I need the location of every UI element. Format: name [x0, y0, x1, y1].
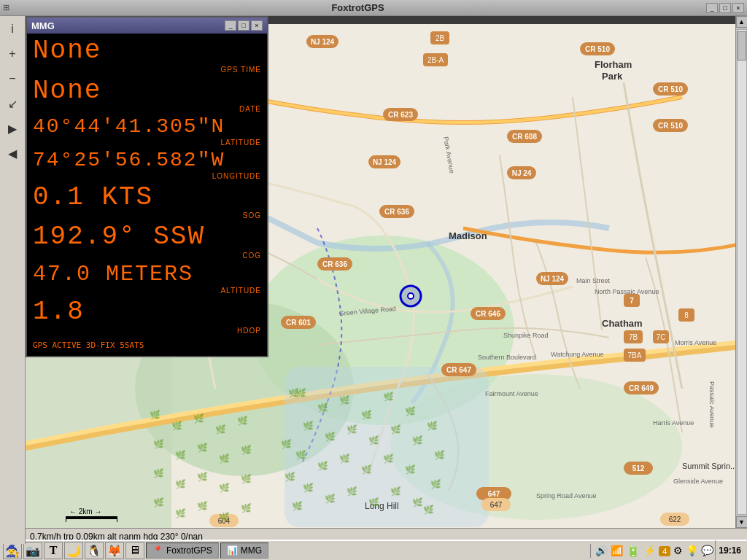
title-bar: ⊞ FoxtrotGPS _ □ ×	[0, 0, 747, 16]
svg-text:🌿: 🌿	[303, 482, 314, 493]
svg-text:🌿: 🌿	[197, 442, 208, 453]
svg-rect-9	[653, 82, 688, 96]
svg-text:🌿: 🌿	[292, 500, 303, 511]
app-title: FoxtrotGPS	[9, 2, 706, 13]
foxtrotgps-taskbar-button[interactable]: 📍 FoxtrotGPS	[146, 542, 219, 559]
svg-text:2B: 2B	[436, 34, 445, 42]
svg-text:🌿: 🌿	[423, 504, 434, 515]
taskbar-icon-text[interactable]: T	[44, 542, 63, 559]
taskbar-icon-wizard[interactable]: 🧙	[3, 542, 22, 559]
svg-text:622: 622	[669, 516, 681, 524]
mmg-taskbar-icon: 📊	[227, 545, 238, 556]
longitude-value: 74°25'56.582"W	[33, 149, 261, 172]
minimize-button[interactable]: _	[706, 3, 718, 13]
svg-text:🌿: 🌿	[405, 405, 416, 416]
taskbar-icon-firefox[interactable]: 🦊	[105, 542, 124, 559]
svg-text:🌿: 🌿	[219, 511, 230, 522]
svg-text:Watchung Avenue: Watchung Avenue	[551, 351, 604, 358]
latitude-row: 40°44'41.305"N LATITUDE	[33, 116, 261, 147]
bluetooth-icon[interactable]: ⚡	[643, 545, 656, 556]
svg-text:CR 649: CR 649	[629, 384, 654, 392]
svg-text:Park Avenue: Park Avenue	[442, 136, 456, 174]
svg-rect-126	[117, 516, 117, 522]
settings-icon[interactable]: ⚙	[673, 545, 683, 556]
svg-text:🌿: 🌿	[317, 402, 328, 413]
scroll-track	[737, 29, 747, 515]
taskbar-icon-moon[interactable]: 🌙	[64, 542, 83, 559]
hdop-value: 1.8	[33, 298, 261, 327]
svg-text:🌿: 🌿	[153, 467, 164, 478]
svg-text:🌿: 🌿	[215, 424, 226, 435]
svg-text:🌿: 🌿	[339, 453, 350, 464]
battery-icon[interactable]: 🔋	[626, 544, 640, 558]
sidebar-icon-zoom-out[interactable]: −	[2, 69, 23, 89]
sidebar-icon-prev[interactable]: ◀	[2, 143, 23, 163]
svg-text:🌿: 🌿	[430, 478, 441, 489]
svg-text:🌿: 🌿	[237, 415, 248, 426]
clock-display[interactable]: 19:16	[715, 540, 744, 560]
svg-rect-51	[624, 349, 646, 362]
altitude-label: ALTITUDE	[33, 287, 261, 295]
svg-text:🌿: 🌿	[197, 500, 208, 511]
svg-rect-47	[624, 294, 640, 307]
svg-text:🌿: 🌿	[325, 493, 336, 504]
mmg-close-button[interactable]: ×	[251, 20, 263, 31]
svg-text:CR 623: CR 623	[388, 111, 413, 119]
svg-text:🌿: 🌿	[175, 478, 186, 489]
latitude-value: 40°44'41.305"N	[33, 116, 261, 139]
chat-icon[interactable]: 💬	[701, 545, 713, 556]
hdop-label: HDOP	[33, 327, 261, 335]
svg-text:Summit Sprin...: Summit Sprin...	[682, 462, 737, 470]
svg-text:2B-A: 2B-A	[427, 56, 444, 64]
svg-text:647: 647	[488, 490, 500, 498]
svg-text:🌿: 🌿	[347, 486, 357, 497]
scroll-down-button[interactable]: ▼	[736, 516, 748, 528]
date-label: DATE	[33, 105, 261, 113]
svg-text:Glenside Avenue: Glenside Avenue	[673, 478, 723, 485]
close-button[interactable]: ×	[732, 3, 744, 13]
scroll-thumb[interactable]	[738, 31, 746, 61]
svg-text:🌿: 🌿	[390, 424, 401, 435]
svg-text:CR 636: CR 636	[384, 208, 409, 216]
sidebar-icon-locate[interactable]: ↙	[2, 93, 23, 114]
cog-value: 192.9° SSW	[33, 222, 261, 252]
svg-text:🌿: 🌿	[219, 482, 230, 493]
svg-text:CR 510: CR 510	[658, 122, 683, 130]
svg-text:🌿: 🌿	[339, 394, 350, 405]
map-area[interactable]: CR 510 CR 510 CR 510 NJ 124 CR 623 CR 60…	[26, 16, 747, 544]
svg-text:CR 647: CR 647	[446, 366, 471, 374]
notification-badge: 4	[659, 546, 670, 556]
mmg-minimize-button[interactable]: _	[225, 20, 236, 31]
svg-text:🌿: 🌿	[241, 473, 252, 484]
svg-text:🌿: 🌿	[295, 449, 306, 460]
taskbar-icon-terminal[interactable]: 🖥	[125, 542, 144, 559]
mmg-window-controls: _ □ ×	[225, 20, 263, 31]
mmg-taskbar-button[interactable]: 📊 MMG	[220, 542, 268, 559]
notification-area[interactable]: 4	[659, 544, 670, 557]
svg-text:🌿: 🌿	[390, 486, 401, 497]
svg-text:🌿: 🌿	[295, 387, 306, 398]
svg-rect-15	[383, 108, 418, 121]
sidebar-icon-zoom-in[interactable]: +	[2, 44, 23, 64]
volume-icon[interactable]: 🔊	[595, 545, 608, 556]
mmg-restore-button[interactable]: □	[238, 20, 249, 31]
sidebar-icon-info[interactable]: i	[2, 19, 23, 39]
svg-text:8: 8	[684, 311, 689, 319]
taskbar-icon-camera[interactable]: 📷	[23, 542, 42, 559]
network-icon[interactable]: 📶	[611, 545, 623, 556]
scroll-up-button[interactable]: ▲	[736, 16, 748, 28]
sog-value: 0.1 KTS	[33, 183, 261, 212]
svg-text:🌿: 🌿	[434, 449, 445, 460]
taskbar-icon-penguin[interactable]: 🐧	[85, 542, 104, 559]
svg-text:Park: Park	[602, 71, 623, 82]
svg-text:NJ 124: NJ 124	[311, 38, 335, 46]
svg-text:🌿: 🌿	[361, 409, 372, 420]
map-scrollbar[interactable]: ▲ ▼	[735, 16, 747, 528]
sidebar-icon-next[interactable]: ▶	[2, 118, 23, 139]
system-tray: 🔊 📶 🔋 ⚡ 4 ⚙ 💡 💬	[590, 544, 713, 558]
power-icon[interactable]: 💡	[686, 545, 698, 556]
restore-button[interactable]: □	[719, 3, 731, 13]
svg-rect-39	[624, 462, 653, 475]
svg-rect-7	[580, 42, 615, 55]
svg-rect-53	[653, 330, 669, 343]
